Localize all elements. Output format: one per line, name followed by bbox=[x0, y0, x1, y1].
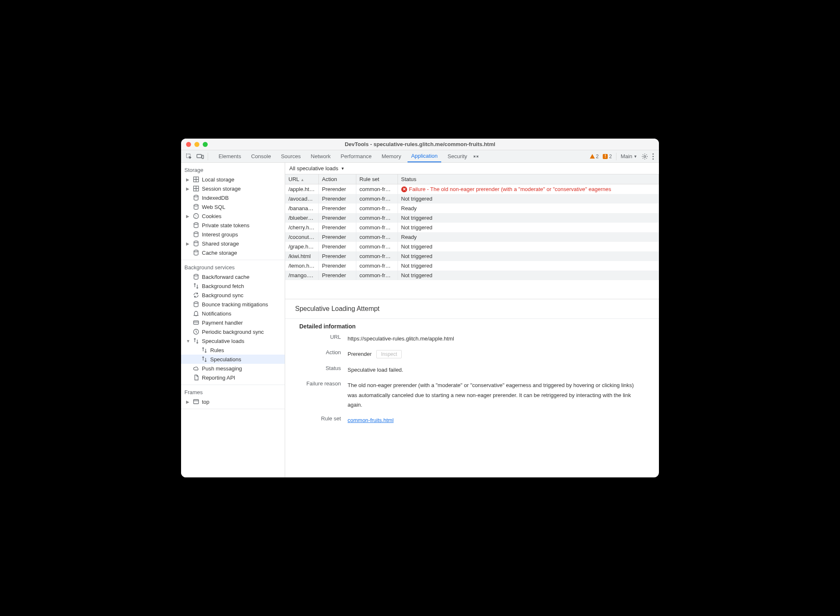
updown-icon bbox=[201, 356, 208, 363]
col-rule-set[interactable]: Rule set bbox=[356, 174, 398, 184]
sidebar-item-label: Reporting API bbox=[202, 375, 235, 381]
svg-rect-25 bbox=[194, 321, 199, 324]
sidebar-item-indexeddb[interactable]: IndexedDB bbox=[181, 193, 285, 202]
warnings-badge[interactable]: 2 bbox=[590, 154, 599, 159]
svg-point-4 bbox=[653, 153, 654, 154]
expand-arrow-icon: ▶ bbox=[186, 214, 190, 219]
cell-url: /kiwi.html bbox=[285, 251, 318, 261]
sidebar-section-storage: Storage bbox=[181, 165, 285, 175]
detail-title: Speculative Loading Attempt bbox=[285, 299, 659, 318]
detail-ruleset-link[interactable]: common-fruits.html bbox=[348, 417, 394, 423]
svg-rect-28 bbox=[194, 400, 199, 404]
table-row[interactable]: /apple.htmlPrerendercommon-fr…✕Failure -… bbox=[285, 184, 659, 194]
sidebar-item-notifications[interactable]: Notifications bbox=[181, 309, 285, 318]
sidebar-item-session-storage[interactable]: ▶Session storage bbox=[181, 184, 285, 193]
updown-icon bbox=[193, 338, 199, 344]
table-row[interactable]: /mango.…Prerendercommon-fr…Not triggered bbox=[285, 271, 659, 280]
cell-status: Ready bbox=[398, 204, 659, 213]
close-window-button[interactable] bbox=[186, 142, 191, 147]
sidebar-item-label: Local storage bbox=[202, 176, 234, 183]
col-action[interactable]: Action bbox=[318, 174, 356, 184]
tab-sources[interactable]: Sources bbox=[277, 150, 305, 162]
sidebar-item-back-forward-cache[interactable]: Back/forward cache bbox=[181, 272, 285, 281]
db-icon bbox=[193, 301, 199, 308]
col-status[interactable]: Status bbox=[398, 174, 659, 184]
errors-badge[interactable]: ! 2 bbox=[603, 154, 612, 159]
table-row[interactable]: /cherry.h…Prerendercommon-fr…Not trigger… bbox=[285, 223, 659, 232]
sidebar-item-label: Payment handler bbox=[202, 320, 243, 326]
table-row[interactable]: /banana.…Prerendercommon-fr…Ready bbox=[285, 204, 659, 213]
svg-point-17 bbox=[196, 216, 197, 216]
table-row[interactable]: /blueberr…Prerendercommon-fr…Not trigger… bbox=[285, 213, 659, 223]
window-controls bbox=[186, 142, 208, 147]
sidebar-item-reporting-api[interactable]: Reporting API bbox=[181, 373, 285, 382]
sidebar-item-speculations[interactable]: Speculations bbox=[181, 355, 285, 364]
sidebar-item-label: Interest groups bbox=[202, 231, 238, 238]
sidebar-item-label: Background fetch bbox=[202, 283, 244, 289]
sidebar-item-interest-groups[interactable]: Interest groups bbox=[181, 230, 285, 239]
cell-ruleset: common-fr… bbox=[356, 232, 398, 242]
tab-memory[interactable]: Memory bbox=[378, 150, 405, 162]
sidebar-item-web-sql[interactable]: Web SQL bbox=[181, 202, 285, 211]
expand-arrow-icon: ▶ bbox=[186, 400, 190, 404]
table-row[interactable]: /lemon.h…Prerendercommon-fr…Not triggere… bbox=[285, 261, 659, 271]
sidebar-item-speculative-loads[interactable]: ▼Speculative loads bbox=[181, 336, 285, 345]
sidebar-item-background-fetch[interactable]: Background fetch bbox=[181, 281, 285, 291]
updown-icon bbox=[201, 347, 208, 353]
db-icon bbox=[193, 273, 199, 280]
inspect-icon[interactable] bbox=[186, 153, 192, 160]
more-tabs-icon[interactable] bbox=[473, 154, 480, 159]
tab-network[interactable]: Network bbox=[307, 150, 335, 162]
kebab-icon[interactable] bbox=[652, 153, 654, 160]
sidebar-item-top[interactable]: ▶top bbox=[181, 397, 285, 406]
sidebar-item-label: Back/forward cache bbox=[202, 274, 249, 280]
tab-elements[interactable]: Elements bbox=[215, 150, 245, 162]
target-select[interactable]: Main ▼ bbox=[621, 153, 637, 159]
sidebar-item-cache-storage[interactable]: Cache storage bbox=[181, 248, 285, 257]
table-row[interactable]: /coconut…Prerendercommon-fr…Ready bbox=[285, 232, 659, 242]
sidebar-item-shared-storage[interactable]: ▶Shared storage bbox=[181, 239, 285, 248]
col-url[interactable]: URL▲ bbox=[285, 174, 318, 184]
device-icon[interactable] bbox=[196, 154, 204, 159]
cell-ruleset: common-fr… bbox=[356, 251, 398, 261]
svg-point-21 bbox=[194, 241, 198, 243]
tab-application[interactable]: Application bbox=[408, 150, 442, 162]
sidebar-item-label: Cache storage bbox=[202, 250, 237, 256]
sidebar-item-payment-handler[interactable]: Payment handler bbox=[181, 318, 285, 327]
cell-status: Not triggered bbox=[398, 271, 659, 280]
filter-select[interactable]: All speculative loads ▼ bbox=[289, 165, 345, 171]
inspect-button[interactable]: Inspect bbox=[376, 350, 402, 358]
table-row[interactable]: /kiwi.htmlPrerendercommon-fr…Not trigger… bbox=[285, 251, 659, 261]
sidebar-item-label: Shared storage bbox=[202, 241, 239, 247]
cell-action: Prerender bbox=[318, 213, 356, 223]
sidebar-item-push-messaging[interactable]: Push messaging bbox=[181, 364, 285, 373]
tab-console[interactable]: Console bbox=[247, 150, 275, 162]
detail-failure-label: Failure reason bbox=[299, 380, 341, 387]
table-row[interactable]: /grape.htmlPrerendercommon-fr…Not trigge… bbox=[285, 242, 659, 251]
sidebar-item-label: Rules bbox=[210, 347, 224, 353]
window-icon bbox=[193, 398, 199, 405]
sidebar-item-rules[interactable]: Rules bbox=[181, 345, 285, 355]
sidebar-item-label: Private state tokens bbox=[202, 222, 249, 229]
tab-security[interactable]: Security bbox=[444, 150, 471, 162]
sidebar-item-periodic-background-sync[interactable]: Periodic background sync bbox=[181, 327, 285, 336]
sidebar-item-background-sync[interactable]: Background sync bbox=[181, 291, 285, 300]
updown-icon bbox=[193, 283, 199, 289]
sidebar-item-cookies[interactable]: ▶Cookies bbox=[181, 211, 285, 221]
cell-ruleset: common-fr… bbox=[356, 223, 398, 232]
grid-icon bbox=[193, 176, 199, 183]
cell-ruleset: common-fr… bbox=[356, 184, 398, 194]
sidebar-item-private-state-tokens[interactable]: Private state tokens bbox=[181, 221, 285, 230]
panel-tabs: ElementsConsoleSourcesNetworkPerformance… bbox=[215, 150, 471, 162]
detail-ruleset-label: Rule set bbox=[299, 415, 341, 422]
sidebar-item-local-storage[interactable]: ▶Local storage bbox=[181, 175, 285, 184]
detail-panel: Speculative Loading Attempt Detailed inf… bbox=[285, 299, 659, 477]
settings-icon[interactable] bbox=[641, 153, 648, 160]
detail-status-value: Speculative load failed. bbox=[348, 365, 645, 375]
minimize-window-button[interactable] bbox=[194, 142, 199, 147]
svg-point-18 bbox=[195, 217, 196, 218]
table-row[interactable]: /avocad…Prerendercommon-fr…Not triggered bbox=[285, 194, 659, 204]
tab-performance[interactable]: Performance bbox=[337, 150, 375, 162]
maximize-window-button[interactable] bbox=[203, 142, 208, 147]
sidebar-item-bounce-tracking-mitigations[interactable]: Bounce tracking mitigations bbox=[181, 300, 285, 309]
